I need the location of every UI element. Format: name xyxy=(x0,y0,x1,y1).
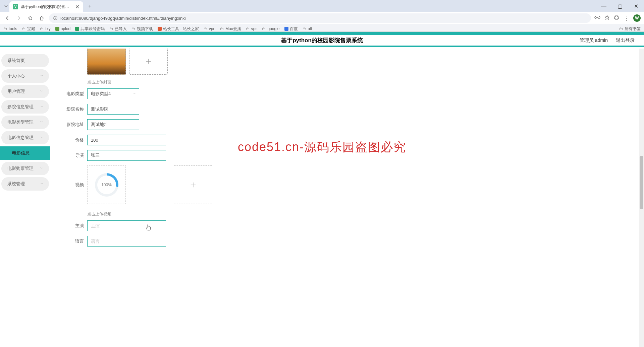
bookmark-vpn[interactable]: 🗀vpn xyxy=(204,26,215,31)
folder-icon: 🗀 xyxy=(131,26,136,31)
new-tab-button[interactable]: ＋ xyxy=(85,1,95,11)
svg-rect-2 xyxy=(55,17,55,17)
cover-thumbnail[interactable] xyxy=(87,49,126,75)
video-hint: 点击上传视频 xyxy=(87,211,644,217)
folder-icon: 🗀 xyxy=(40,26,44,31)
video-slot-empty xyxy=(130,165,169,204)
profile-avatar[interactable]: W xyxy=(633,14,641,22)
folder-icon: 🗀 xyxy=(204,26,208,31)
progress-text: 100% xyxy=(101,183,112,187)
site-info-icon[interactable] xyxy=(53,16,58,20)
cinema-name-label: 影院名称 xyxy=(64,104,84,115)
scrollbar-track[interactable] xyxy=(639,49,644,347)
browser-tab[interactable]: V 基于python的校园影院售票系 ✕ xyxy=(9,1,83,12)
main-content: 点击上传封面 电影类型 电影类型4 ﹀ 影院名称 影院地址 价格 导演 视频 1… xyxy=(50,49,644,347)
bookmark-treasure[interactable]: 🗀宝藏 xyxy=(22,26,35,32)
language-input[interactable] xyxy=(87,236,166,247)
bookmark-all[interactable]: 🗀所有书签 xyxy=(619,26,641,32)
home-icon[interactable] xyxy=(38,14,46,22)
chevron-down-icon: ﹀ xyxy=(40,182,44,186)
sidebar-item-movie-info[interactable]: 电影信息 xyxy=(0,146,50,160)
browser-chrome: V 基于python的校园影院售票系 ✕ ＋ ― ▢ ✕ localhost:8… xyxy=(0,0,644,32)
menu-icon[interactable]: ⋮ xyxy=(623,14,629,22)
bookmark-vps[interactable]: 🗀vps xyxy=(246,26,258,31)
tab-bar: V 基于python的校园影院售票系 ✕ ＋ ― ▢ ✕ xyxy=(0,0,644,12)
page-icon xyxy=(75,27,79,31)
url-input[interactable]: localhost:8080/django490gq/admin/dist/in… xyxy=(49,13,591,23)
minimize-icon[interactable]: ― xyxy=(597,1,610,11)
page-icon xyxy=(284,27,288,31)
cinema-addr-label: 影院地址 xyxy=(64,119,84,130)
folder-icon: 🗀 xyxy=(246,26,250,31)
folder-icon: 🗀 xyxy=(262,26,266,31)
chevron-down-icon: ﹀ xyxy=(40,166,44,171)
bookmark-video[interactable]: 🗀视频下载 xyxy=(131,26,153,32)
app-header: 基于python的校园影院售票系统 管理员 admin 退出登录 xyxy=(0,35,644,47)
cinema-addr-input[interactable] xyxy=(87,119,139,130)
page-icon xyxy=(55,27,59,31)
link-icon[interactable] xyxy=(594,15,600,21)
tabs-dropdown-icon[interactable] xyxy=(3,3,9,9)
extensions-icon[interactable] xyxy=(614,15,619,21)
bookmark-google[interactable]: 🗀google xyxy=(262,26,279,31)
video-upload-progress: 100% xyxy=(87,165,126,204)
sidebar-item-ticket-mgmt[interactable]: 电影购票管理﹀ xyxy=(1,162,49,175)
back-icon[interactable] xyxy=(3,14,11,22)
scrollbar-thumb[interactable] xyxy=(640,156,643,209)
sidebar-item-users[interactable]: 用户管理﹀ xyxy=(1,85,49,98)
folder-icon: 🗀 xyxy=(220,26,224,31)
price-label: 价格 xyxy=(64,135,84,145)
bookmark-uplod[interactable]: uplod xyxy=(55,26,70,31)
cinema-name-input[interactable] xyxy=(87,104,139,115)
chevron-down-icon: ﹀ xyxy=(40,120,44,125)
folder-icon: 🗀 xyxy=(3,26,7,31)
bookmark-txy[interactable]: 🗀txy xyxy=(40,26,50,31)
price-input[interactable] xyxy=(87,135,166,145)
bookmark-aff[interactable]: 🗀aff xyxy=(303,26,312,31)
chevron-down-icon: ﹀ xyxy=(40,74,44,78)
sidebar-item-cinema-info[interactable]: 影院信息管理﹀ xyxy=(1,100,49,114)
upload-cover-button[interactable] xyxy=(129,49,168,75)
url-text: localhost:8080/django490gq/admin/dist/in… xyxy=(60,16,186,21)
close-icon[interactable]: ✕ xyxy=(74,4,80,9)
sidebar-item-movie-info-mgmt[interactable]: 电影信息管理﹀ xyxy=(1,131,49,144)
forward-icon[interactable] xyxy=(15,14,23,22)
bookmark-zhanzhang[interactable]: 站长工具 - 站长之家 xyxy=(158,26,199,32)
actor-input[interactable] xyxy=(87,220,166,231)
page-icon xyxy=(158,27,162,31)
cover-hint: 点击上传封面 xyxy=(87,79,644,85)
bookmark-shared[interactable]: 共享账号密码 xyxy=(75,26,105,32)
window-controls: ― ▢ ✕ xyxy=(597,1,643,11)
tab-title: 基于python的校园影院售票系 xyxy=(21,4,72,10)
bookmark-baidu[interactable]: 百度 xyxy=(284,26,298,32)
svg-rect-1 xyxy=(55,18,55,19)
address-bar: localhost:8080/django490gq/admin/dist/in… xyxy=(0,12,644,24)
vue-favicon: V xyxy=(13,4,18,9)
admin-label[interactable]: 管理员 admin xyxy=(580,38,608,44)
folder-icon: 🗀 xyxy=(303,26,307,31)
bookmark-tools[interactable]: 🗀tools xyxy=(3,26,17,31)
logout-button[interactable]: 退出登录 xyxy=(616,38,635,44)
folder-icon: 🗀 xyxy=(109,26,113,31)
sidebar-item-profile[interactable]: 个人中心﹀ xyxy=(1,69,49,83)
sidebar: 系统首页 个人中心﹀ 用户管理﹀ 影院信息管理﹀ 电影类型管理﹀ 电影信息管理﹀… xyxy=(0,49,50,347)
director-label: 导演 xyxy=(64,150,84,161)
maximize-icon[interactable]: ▢ xyxy=(613,1,627,11)
chevron-down-icon: ﹀ xyxy=(40,105,44,109)
director-input[interactable] xyxy=(87,150,166,161)
sidebar-item-movie-type[interactable]: 电影类型管理﹀ xyxy=(1,116,49,129)
video-label: 视频 xyxy=(64,165,84,204)
reload-icon[interactable] xyxy=(26,14,34,22)
sidebar-item-home[interactable]: 系统首页 xyxy=(1,54,49,67)
chevron-down-icon: ﹀ xyxy=(40,135,44,140)
movie-type-label: 电影类型 xyxy=(64,88,84,99)
close-window-icon[interactable]: ✕ xyxy=(629,1,643,11)
sidebar-item-system[interactable]: 系统管理﹀ xyxy=(1,177,49,191)
app-top-stripe xyxy=(0,32,644,35)
folder-icon: 🗀 xyxy=(22,26,26,31)
bookmark-max[interactable]: 🗀Max云播 xyxy=(220,26,241,32)
bookmark-imported[interactable]: 🗀已导入 xyxy=(109,26,127,32)
favorite-icon[interactable] xyxy=(604,15,610,21)
upload-video-button[interactable] xyxy=(174,165,212,204)
movie-type-select[interactable]: 电影类型4 ﹀ xyxy=(87,88,139,99)
